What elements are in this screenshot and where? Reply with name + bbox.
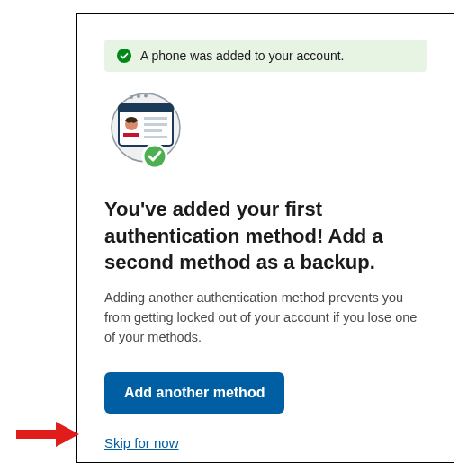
alert-message: A phone was added to your account. <box>140 49 345 63</box>
callout-arrow-icon <box>16 422 79 447</box>
check-circle-icon <box>117 49 131 63</box>
svg-rect-7 <box>119 109 173 112</box>
svg-marker-17 <box>56 422 79 447</box>
svg-rect-10 <box>123 137 139 144</box>
page-heading: You've added your first authentication m… <box>104 196 427 276</box>
skip-for-now-link[interactable]: Skip for now <box>104 435 179 450</box>
profile-id-illustration <box>108 90 427 174</box>
svg-rect-16 <box>16 430 56 439</box>
svg-rect-13 <box>144 129 162 132</box>
add-another-method-button[interactable]: Add another method <box>104 372 284 414</box>
auth-method-card: A phone was added to your account. <box>76 13 454 463</box>
svg-point-0 <box>117 49 131 63</box>
svg-point-3 <box>137 94 140 98</box>
svg-point-4 <box>144 94 148 98</box>
svg-rect-12 <box>144 123 167 126</box>
svg-rect-14 <box>144 136 167 138</box>
page-description: Adding another authentication method pre… <box>104 289 427 347</box>
success-alert: A phone was added to your account. <box>104 40 427 72</box>
svg-point-2 <box>130 95 133 99</box>
svg-rect-9 <box>123 133 139 137</box>
svg-rect-11 <box>144 117 167 120</box>
